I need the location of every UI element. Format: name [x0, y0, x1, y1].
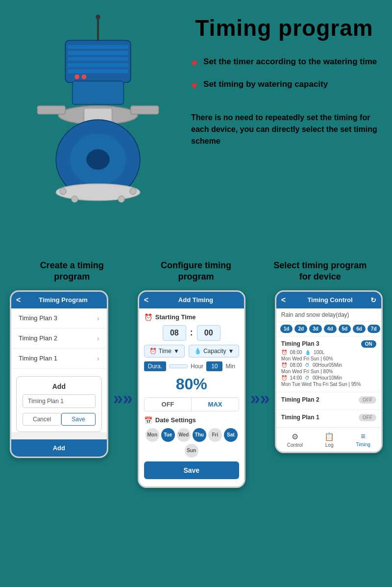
- capacity-selector[interactable]: 💧 Capacity ▼: [189, 345, 240, 357]
- day-wed[interactable]: Wed: [177, 428, 191, 442]
- plan3-detail-1: ⏰ 08:00 💧 100L: [281, 350, 376, 355]
- plan3-toggle[interactable]: ON: [361, 340, 376, 348]
- dura-label: Dura.: [144, 361, 166, 371]
- phone3-refresh-icon[interactable]: ↻: [370, 296, 376, 304]
- capacity-selector-icon: 💧: [194, 348, 201, 355]
- svg-point-1: [96, 15, 100, 20]
- plan-item-3-label: Timing Plan 3: [19, 314, 57, 322]
- day-tue[interactable]: Tue: [161, 428, 175, 442]
- phone3-container: < Timing Control ↻ Rain and snow delay(d…: [275, 290, 383, 453]
- day-sun[interactable]: Sun: [185, 444, 198, 458]
- plan2-row: Timing Plan 2 OFF: [276, 392, 381, 410]
- svg-point-18: [130, 188, 136, 194]
- date-settings-label: Date Settings: [155, 416, 196, 424]
- plan3-header: Timing Plan 3 ON: [281, 340, 376, 348]
- step-title-2: Configure timing program: [147, 260, 245, 283]
- minute-display[interactable]: 00: [197, 325, 220, 341]
- plan-item-3[interactable]: Timing Plan 3 ›: [11, 308, 107, 329]
- arrow1-container: »»: [113, 388, 133, 409]
- phone1-add-label: Add: [53, 444, 65, 452]
- footer-control-btn[interactable]: ⚙ Control: [287, 432, 303, 448]
- phone3-header-title: Timing Control: [290, 296, 370, 304]
- plan3-detail-6: Mon Tue Wed Thu Fri Sat Sun | 95%: [281, 382, 376, 387]
- phone2-back-arrow[interactable]: <: [144, 296, 148, 305]
- heart-icon-1: ♥: [191, 57, 197, 70]
- day-selector-row: 1d 2d 3d 4d 5d 6d 7d: [276, 322, 381, 336]
- calendar-icon: 📅: [144, 416, 152, 424]
- feature-text-2: Set timing by watering capacity: [203, 78, 328, 90]
- starting-time-row: ⏰ Starting Time: [144, 313, 239, 321]
- min-value[interactable]: 10: [206, 361, 222, 371]
- day-pill-6d[interactable]: 6d: [353, 325, 366, 333]
- modal-cancel-button[interactable]: Cancel: [23, 413, 61, 426]
- phone1-frame: < Timing Program Timing Plan 3 › Timing …: [10, 290, 108, 458]
- rain-snow-bar: Rain and snow delay(day): [276, 308, 381, 322]
- plan2-toggle[interactable]: OFF: [359, 396, 376, 404]
- phone1-footer[interactable]: Add: [11, 439, 107, 457]
- timing-icon: ≡: [361, 432, 365, 441]
- day-pill-3d[interactable]: 3d: [309, 325, 322, 333]
- clock-icon: ⏰: [144, 313, 152, 321]
- day-pill-1d[interactable]: 1d: [280, 325, 293, 333]
- day-pill-4d[interactable]: 4d: [324, 325, 337, 333]
- capacity-selector-label: Capacity: [203, 348, 226, 355]
- svg-point-8: [74, 75, 79, 79]
- off-button[interactable]: OFF: [145, 398, 192, 411]
- chevron-icon-2: ›: [97, 334, 99, 342]
- plan-item-1[interactable]: Timing Plan 1 ›: [11, 349, 107, 369]
- day-pill-7d[interactable]: 7d: [368, 325, 380, 333]
- plan3-detail-4: Mon Wed Fri Sun | 80%: [281, 369, 376, 374]
- time-selector-icon: ⏰: [149, 348, 157, 355]
- svg-point-15: [86, 149, 110, 170]
- control-label: Control: [287, 442, 303, 448]
- svg-rect-6: [68, 63, 128, 67]
- right-content: Timing program ♥ Set the timer according…: [181, 15, 377, 147]
- svg-rect-3: [68, 45, 128, 49]
- time-colon: :: [190, 328, 193, 338]
- day-mon[interactable]: Mon: [146, 428, 159, 442]
- modal-save-button[interactable]: Save: [61, 413, 95, 426]
- max-button[interactable]: MAX: [192, 398, 239, 411]
- plan1-name: Timing Plan 1: [281, 414, 319, 421]
- plan-item-2[interactable]: Timing Plan 2 ›: [11, 329, 107, 349]
- day-pill-5d[interactable]: 5d: [339, 325, 351, 333]
- day-sat[interactable]: Sat: [224, 428, 238, 442]
- phones-row: < Timing Program Timing Plan 3 › Timing …: [10, 290, 382, 488]
- footer-timing-btn[interactable]: ≡ Timing: [356, 432, 370, 448]
- heart-icon-2: ♥: [191, 79, 197, 92]
- svg-point-20: [118, 196, 124, 203]
- add-modal: Add Timing Plan 1 Cancel Save: [16, 376, 102, 432]
- arrow2-container: »»: [250, 388, 270, 409]
- plan1-toggle[interactable]: OFF: [359, 414, 376, 421]
- timing-label: Timing: [356, 442, 370, 447]
- plan2-header: Timing Plan 2 OFF: [281, 396, 376, 404]
- time-dropdown-icon: ▼: [173, 348, 179, 355]
- add-modal-input[interactable]: Timing Plan 1: [23, 394, 96, 408]
- footer-log-btn[interactable]: 📋 Log: [324, 432, 334, 448]
- hour-display[interactable]: 08: [163, 325, 186, 341]
- capacity-dropdown-icon: ▼: [228, 348, 234, 355]
- time-selector[interactable]: ⏰ Time ▼: [144, 345, 185, 357]
- plan3-row: Timing Plan 3 ON ⏰ 08:00 💧 100L Mon Wed …: [276, 336, 381, 392]
- feature-item-1: ♥ Set the timer according to the waterin…: [191, 56, 377, 70]
- phone1-header: < Timing Program: [11, 292, 107, 308]
- log-icon: 📋: [324, 432, 334, 441]
- phone3-header: < Timing Control ↻: [276, 292, 381, 308]
- add-modal-buttons: Cancel Save: [23, 413, 96, 426]
- time-display: 08 : 00: [144, 325, 239, 341]
- svg-rect-10: [73, 81, 124, 104]
- svg-point-9: [82, 75, 87, 79]
- feature-item-2: ♥ Set timing by watering capacity: [191, 78, 377, 92]
- arrow1-icon: »»: [113, 388, 133, 409]
- plan2-name: Timing Plan 2: [281, 396, 319, 403]
- min-label: Min: [225, 363, 235, 370]
- phone1-back-arrow[interactable]: <: [16, 296, 21, 305]
- control-icon: ⚙: [292, 432, 298, 441]
- day-fri[interactable]: Fri: [208, 428, 222, 442]
- day-thu[interactable]: Thu: [193, 428, 206, 442]
- hour-label: Hour: [191, 363, 203, 370]
- day-pill-2d[interactable]: 2d: [294, 325, 307, 333]
- phone3-back-arrow[interactable]: <: [281, 296, 286, 305]
- page-title: Timing program: [191, 15, 377, 41]
- save-button[interactable]: Save: [144, 461, 239, 479]
